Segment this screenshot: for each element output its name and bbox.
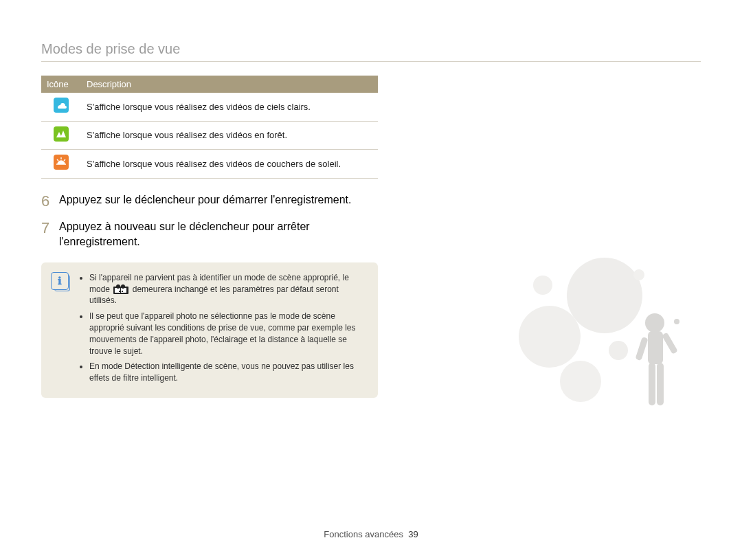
- note-item: En mode Détection intelligente de scène,…: [89, 361, 367, 384]
- svg-point-13: [645, 313, 664, 333]
- svg-rect-15: [662, 333, 678, 355]
- table-header-icon: Icône: [41, 76, 81, 93]
- table-cell-description: S'affiche lorsque vous réalisez des vidé…: [81, 93, 378, 121]
- page-title: Modes de prise de vue: [41, 41, 701, 62]
- svg-point-3: [116, 284, 120, 289]
- note-item: Il se peut que l'appareil photo ne sélec…: [89, 311, 367, 357]
- table-header-description: Description: [81, 76, 378, 93]
- page-footer: Fonctions avancées 39: [0, 529, 742, 539]
- step-item: 6 Appuyez sur le déclencheur pour démarr…: [41, 192, 378, 210]
- sunset-icon: [54, 155, 69, 170]
- note-item: Si l'appareil ne parvient pas à identifi…: [89, 272, 367, 306]
- table-row: S'affiche lorsque vous réalisez des vidé…: [41, 93, 378, 121]
- svg-point-7: [519, 306, 581, 368]
- svg-rect-5: [119, 291, 120, 292]
- note-box: ℹ Si l'appareil ne parvient pas à identi…: [41, 262, 378, 398]
- step-number: 7: [41, 219, 52, 236]
- svg-rect-17: [649, 363, 655, 405]
- table-row: S'affiche lorsque vous réalisez des vidé…: [41, 150, 378, 179]
- footer-page-number: 39: [408, 529, 418, 539]
- svg-rect-16: [635, 337, 648, 361]
- svg-point-4: [121, 284, 125, 289]
- svg-point-10: [609, 341, 628, 360]
- svg-rect-18: [657, 363, 664, 405]
- svg-rect-14: [648, 331, 663, 364]
- forest-icon: [54, 126, 69, 142]
- svg-point-9: [560, 361, 601, 402]
- footer-section-label: Fonctions avancées: [324, 529, 403, 539]
- steps-list: 6 Appuyez sur le déclencheur pour démarr…: [41, 192, 378, 250]
- content-column: Icône Description S'affiche lorsque vous…: [41, 76, 378, 398]
- table-row: S'affiche lorsque vous réalisez des vidé…: [41, 121, 378, 150]
- note-list: Si l'appareil ne parvient pas à identifi…: [78, 272, 367, 388]
- step-number: 6: [41, 192, 52, 210]
- icon-description-table: Icône Description S'affiche lorsque vous…: [41, 76, 378, 179]
- svg-point-12: [633, 269, 644, 280]
- step-text: Appuyez sur le déclencheur pour démarrer…: [59, 192, 352, 208]
- table-cell-description: S'affiche lorsque vous réalisez des vidé…: [81, 150, 378, 179]
- svg-point-8: [567, 258, 642, 333]
- smart-scene-movie-icon: [113, 284, 128, 294]
- step-text: Appuyez à nouveau sur le déclencheur pou…: [59, 219, 378, 250]
- table-cell-description: S'affiche lorsque vous réalisez des vidé…: [81, 121, 378, 150]
- sky-icon: [54, 98, 69, 113]
- decorative-illustration: [502, 247, 708, 495]
- svg-rect-6: [122, 291, 123, 292]
- step-item: 7 Appuyez à nouveau sur le déclencheur p…: [41, 219, 378, 250]
- note-icon: ℹ: [51, 272, 70, 388]
- svg-point-19: [674, 319, 679, 324]
- svg-point-11: [533, 276, 552, 295]
